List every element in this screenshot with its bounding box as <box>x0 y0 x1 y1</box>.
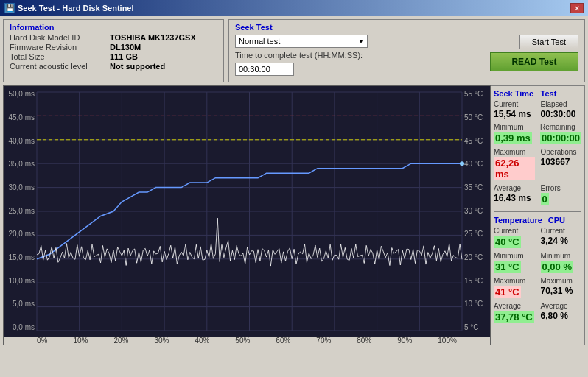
info-label-size: Total Size <box>10 52 105 61</box>
seek-avg-label: Average <box>494 184 535 192</box>
temp-avg-label: Average <box>494 302 535 310</box>
temp-title: Temperature <box>494 216 542 225</box>
x-axis-labels: 0% 10% 20% 30% 40% 50% 60% 70% 80% 90% 1… <box>3 336 491 345</box>
x-label-90: 90% <box>397 337 412 345</box>
start-test-button[interactable]: Start Test <box>519 35 578 49</box>
time-input[interactable]: 00:30:00 <box>235 63 294 76</box>
info-row-acoustic: Current acoustic level Not supported <box>10 62 217 71</box>
temp-avg-value: 37,78 °C <box>494 311 534 323</box>
cpu-max-label: Maximum <box>541 277 582 285</box>
test-elapsed-label: Elapsed <box>541 100 582 108</box>
seek-chart-canvas <box>4 86 490 337</box>
info-label-firmware: Firmware Revision <box>10 43 105 52</box>
y-label-right-10: 10 °C <box>462 300 490 308</box>
x-label-20: 20% <box>113 337 128 345</box>
stats-panel: Seek Time Test Current 15,54 ms Elapsed … <box>491 85 585 345</box>
temp-max-value: 41 °C <box>494 286 521 298</box>
y-label-10: 10,0 ms <box>4 277 37 285</box>
info-panel: Information Hard Disk Model ID TOSHIBA M… <box>3 19 224 82</box>
test-title: Test <box>541 89 582 98</box>
app-icon: 💾 <box>4 3 15 13</box>
y-label-right-50: 50 °C <box>462 113 490 121</box>
test-errors-value: 0 <box>541 193 549 205</box>
y-label-45: 45,0 ms <box>4 113 37 121</box>
info-value-acoustic: Not supported <box>110 62 165 71</box>
x-label-80: 80% <box>357 337 371 345</box>
y-axis-right: 5 °C 10 °C 15 °C 20 °C 25 °C 30 °C 35 °C… <box>462 86 490 335</box>
info-value-firmware: DL130M <box>110 43 141 52</box>
temp-min-value: 31 °C <box>494 261 521 273</box>
info-label-acoustic: Current acoustic level <box>10 62 105 71</box>
info-value-model: TOSHIBA MK1237GSX <box>110 33 196 42</box>
x-label-70: 70% <box>316 337 331 345</box>
title-bar: 💾 Seek Test - Hard Disk Sentinel ✕ <box>0 0 588 16</box>
seek-time-title: Seek Time <box>494 89 535 98</box>
temp-current-value: 40 °C <box>494 236 521 248</box>
seek-max-label: Maximum <box>494 148 535 156</box>
seek-avg-value: 16,43 ms <box>494 193 535 203</box>
info-label-model: Hard Disk Model ID <box>10 33 105 42</box>
temp-max-label: Maximum <box>494 277 535 285</box>
time-label: Time to complete test (HH:MM:SS): <box>235 51 363 60</box>
y-label-50: 50,0 ms <box>4 90 37 98</box>
info-panel-title: Information <box>10 23 217 32</box>
temp-min-label: Minimum <box>494 252 535 260</box>
x-label-40: 40% <box>195 337 209 345</box>
seek-max-value: 62,26 ms <box>494 157 535 180</box>
y-label-0: 0,0 ms <box>4 323 37 331</box>
y-label-right-45: 45 °C <box>462 137 490 145</box>
seek-current-value: 15,54 ms <box>494 109 535 119</box>
divider-1 <box>494 211 581 212</box>
x-label-10: 10% <box>73 337 88 345</box>
seek-test-title: Seek Test <box>235 23 578 32</box>
y-label-right-25: 25 °C <box>462 230 490 238</box>
seek-test-panel: Seek Test Normal test ▼ Time to complete… <box>228 19 585 82</box>
window-title: Seek Test - Hard Disk Sentinel <box>18 4 134 13</box>
y-label-right-15: 15 °C <box>462 277 490 285</box>
test-operations-label: Operations <box>541 148 582 156</box>
chart-area: 0,0 ms 5,0 ms 10,0 ms 15,0 ms 20,0 ms 25… <box>3 85 491 336</box>
cpu-max-value: 70,31 % <box>541 286 582 296</box>
info-row-firmware: Firmware Revision DL130M <box>10 43 217 52</box>
y-label-35: 35,0 ms <box>4 160 37 168</box>
x-label-50: 50% <box>235 337 250 345</box>
seek-min-label: Minimum <box>494 123 534 131</box>
info-row-size: Total Size 111 GB <box>10 52 217 61</box>
seek-current-label: Current <box>494 100 535 108</box>
y-axis-left: 0,0 ms 5,0 ms 10,0 ms 15,0 ms 20,0 ms 25… <box>4 86 37 335</box>
test-operations-value: 103667 <box>541 157 582 167</box>
y-label-25: 25,0 ms <box>4 207 37 215</box>
y-label-30: 30,0 ms <box>4 183 37 191</box>
y-label-right-55: 55 °C <box>462 90 490 98</box>
cpu-min-value: 0,00 % <box>541 261 573 273</box>
close-button[interactable]: ✕ <box>570 3 584 13</box>
test-remaining-label: Remaining <box>540 123 581 131</box>
y-label-5: 5,0 ms <box>4 300 37 308</box>
x-label-30: 30% <box>154 337 169 345</box>
cpu-avg-value: 6,80 % <box>541 311 582 321</box>
y-label-40: 40,0 ms <box>4 137 37 145</box>
y-label-right-35: 35 °C <box>462 183 490 191</box>
info-row-model: Hard Disk Model ID TOSHIBA MK1237GSX <box>10 33 217 42</box>
temp-current-label: Current <box>494 227 535 235</box>
cpu-title: CPU <box>548 216 581 225</box>
cpu-avg-label: Average <box>541 302 582 310</box>
x-label-100: 100% <box>438 337 457 345</box>
info-value-size: 111 GB <box>110 52 138 61</box>
dropdown-arrow-icon: ▼ <box>358 38 364 45</box>
y-label-right-20: 20 °C <box>462 253 490 261</box>
y-label-right-40: 40 °C <box>462 160 490 168</box>
y-label-right-5: 5 °C <box>462 323 490 331</box>
x-label-60: 60% <box>276 337 290 345</box>
test-elapsed-value: 00:30:00 <box>541 109 582 119</box>
read-test-button[interactable]: READ Test <box>490 52 578 71</box>
cpu-current-value: 3,24 % <box>541 236 582 246</box>
y-label-right-30: 30 °C <box>462 207 490 215</box>
test-type-dropdown[interactable]: Normal test ▼ <box>235 35 368 48</box>
seek-min-value: 0,39 ms <box>494 132 532 144</box>
x-label-0: 0% <box>37 337 47 345</box>
cpu-current-label: Current <box>541 227 582 235</box>
cpu-min-label: Minimum <box>541 252 582 260</box>
y-label-15: 15,0 ms <box>4 253 37 261</box>
y-label-20: 20,0 ms <box>4 230 37 238</box>
